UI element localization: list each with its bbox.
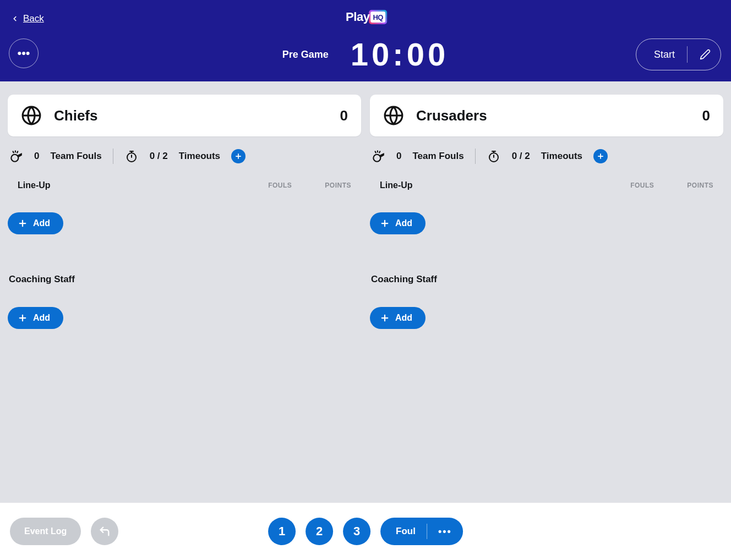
team-column-away: Crusaders 0 0 Team Fouls 0 / 2 Timeouts …	[370, 95, 723, 329]
score-2-button[interactable]: 2	[306, 518, 333, 545]
plus-icon	[380, 313, 390, 323]
chevron-left-icon	[11, 15, 19, 23]
lineup-label: Line-Up	[380, 180, 413, 190]
start-label: Start	[654, 49, 675, 61]
timeouts-label: Timeouts	[179, 151, 220, 162]
team-column-home: Chiefs 0 0 Team Fouls 0 / 2 Timeouts Lin…	[8, 95, 361, 329]
team-fouls-label: Team Fouls	[50, 151, 101, 162]
app-header: Back Play HQ ••• Pre Game 10:00 Start	[0, 0, 731, 81]
undo-button[interactable]	[91, 518, 118, 545]
plus-icon	[18, 218, 28, 228]
divider	[427, 524, 427, 539]
team-stats-row: 0 Team Fouls 0 / 2 Timeouts	[8, 136, 361, 164]
divider	[113, 149, 113, 164]
team-score: 0	[702, 107, 710, 124]
globe-icon	[383, 105, 404, 126]
dots-horizontal-icon[interactable]: •••	[438, 526, 452, 537]
timeouts-value: 0 / 2	[150, 151, 168, 162]
timeouts-value: 0 / 2	[512, 151, 530, 162]
team-name: Chiefs	[54, 107, 97, 124]
globe-icon	[21, 105, 42, 126]
plus-icon	[18, 313, 28, 323]
team-name: Crusaders	[416, 107, 487, 124]
lineup-section-header: Line-Up FOULS POINTS	[8, 164, 361, 190]
points-column-header: POINTS	[687, 182, 713, 189]
coaching-staff-header: Coaching Staff	[370, 234, 723, 285]
game-phase-label: Pre Game	[282, 49, 329, 61]
add-player-button[interactable]: Add	[370, 212, 425, 234]
game-clock: 10:00	[351, 39, 449, 70]
undo-icon	[99, 525, 111, 537]
team-fouls-label: Team Fouls	[412, 151, 463, 162]
add-coach-label: Add	[33, 313, 50, 323]
timeouts-label: Timeouts	[541, 151, 582, 162]
team-card[interactable]: Chiefs 0	[8, 95, 361, 136]
team-score: 0	[340, 107, 348, 124]
foul-button[interactable]: Foul •••	[380, 518, 463, 545]
score-3-button[interactable]: 3	[343, 518, 370, 545]
fouls-column-header: FOULS	[268, 182, 292, 189]
back-label: Back	[23, 13, 44, 24]
add-timeout-button[interactable]	[593, 149, 608, 163]
team-fouls-value: 0	[34, 151, 39, 162]
scoring-buttons: 1 2 3 Foul •••	[268, 518, 463, 545]
add-coach-button[interactable]: Add	[370, 307, 425, 329]
logo-badge: HQ	[370, 12, 385, 23]
logo-text: Play	[346, 10, 369, 24]
pencil-edit-icon[interactable]	[700, 49, 711, 60]
stopwatch-icon	[487, 149, 501, 163]
fouls-column-header: FOULS	[630, 182, 654, 189]
footer-bar: Event Log 1 2 3 Foul •••	[0, 503, 731, 560]
divider	[687, 46, 688, 63]
add-player-button[interactable]: Add	[8, 212, 63, 234]
add-coach-button[interactable]: Add	[8, 307, 63, 329]
start-button[interactable]: Start	[636, 39, 721, 70]
team-fouls-value: 0	[396, 151, 401, 162]
overflow-menu-button[interactable]: •••	[9, 39, 39, 68]
back-button[interactable]: Back	[11, 13, 44, 24]
event-log-button[interactable]: Event Log	[10, 518, 81, 545]
main-content: Chiefs 0 0 Team Fouls 0 / 2 Timeouts Lin…	[0, 81, 731, 329]
lineup-label: Line-Up	[18, 180, 51, 190]
team-stats-row: 0 Team Fouls 0 / 2 Timeouts	[370, 136, 723, 164]
event-log-label: Event Log	[24, 526, 67, 536]
divider	[475, 149, 476, 164]
add-player-label: Add	[395, 218, 412, 228]
add-player-label: Add	[33, 218, 50, 228]
game-timer: Pre Game 10:00	[282, 39, 449, 70]
dots-horizontal-icon: •••	[17, 46, 30, 61]
plus-icon	[380, 218, 390, 228]
whistle-icon	[9, 149, 23, 163]
brand-logo: Play HQ	[346, 10, 385, 24]
coaching-staff-header: Coaching Staff	[8, 234, 361, 285]
points-column-header: POINTS	[325, 182, 351, 189]
team-card[interactable]: Crusaders 0	[370, 95, 723, 136]
stopwatch-icon	[124, 149, 139, 163]
lineup-section-header: Line-Up FOULS POINTS	[370, 164, 723, 190]
score-1-button[interactable]: 1	[268, 518, 296, 545]
add-timeout-button[interactable]	[231, 149, 246, 163]
add-coach-label: Add	[395, 313, 412, 323]
foul-label: Foul	[396, 526, 416, 537]
whistle-icon	[371, 149, 385, 163]
